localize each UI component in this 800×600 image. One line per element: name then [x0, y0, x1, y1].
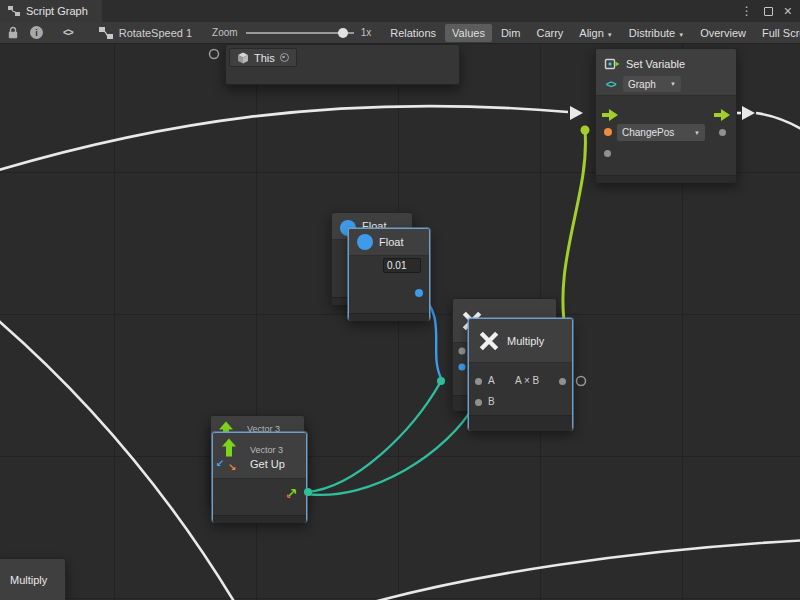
multiply-title: Multiply [507, 335, 544, 347]
carry-button[interactable]: Carry [529, 24, 570, 42]
dim-button[interactable]: Dim [494, 24, 528, 42]
values-button[interactable]: Values [445, 24, 492, 42]
flow-in-port[interactable] [602, 109, 618, 121]
node-get-up[interactable]: ↙ ↘ Vector 3 Get Up [212, 432, 307, 522]
multiply-header: Multiply [469, 319, 572, 363]
get-up-footer [213, 515, 306, 523]
set-variable-header: Set Variable <> Graph ▼ [596, 49, 736, 96]
info-icon[interactable]: i [30, 26, 43, 39]
get-up-title: Get Up [250, 458, 285, 470]
node-multiply[interactable]: Multiply A A × B B [468, 318, 573, 430]
lock-icon[interactable] [8, 26, 18, 39]
script-graph-tab-icon [8, 5, 20, 17]
get-up-body [213, 479, 306, 515]
titlebar: Script Graph ⋮ × [0, 0, 800, 22]
toolbar-buttons: Relations Values Dim Carry Align▼ Distri… [383, 24, 800, 42]
kebab-menu-icon[interactable]: ⋮ [741, 5, 753, 17]
gameobject-cube-icon [237, 52, 249, 64]
flow-out-port[interactable] [714, 109, 730, 121]
set-variable-body: ChangePos ▼ [596, 96, 736, 175]
window-controls: ⋮ × [741, 0, 800, 22]
relations-button[interactable]: Relations [383, 24, 443, 42]
multiply-input-b-port[interactable] [475, 399, 482, 406]
float-footer [349, 313, 429, 321]
float-body [349, 256, 429, 313]
zoom-label: Zoom [212, 27, 238, 38]
multiply-corner-title: Multiply [10, 574, 47, 586]
close-icon[interactable]: × [784, 4, 792, 18]
align-dropdown-button[interactable]: Align▼ [572, 24, 619, 42]
this-label: This [254, 52, 275, 64]
tab-label: Script Graph [26, 5, 88, 17]
zoom-slider[interactable] [246, 28, 354, 38]
set-variable-footer [596, 175, 736, 183]
variable-dropdown-value: ChangePos [622, 127, 674, 138]
vector3-up-arrow-icon [222, 438, 236, 457]
float-output-port[interactable] [415, 289, 423, 297]
tab-script-graph[interactable]: Script Graph [0, 0, 102, 22]
set-variable-title: Set Variable [626, 58, 685, 70]
vector-output-icon [285, 487, 298, 500]
fullscreen-button[interactable]: Full Screen [755, 24, 800, 42]
multiply-input-b-label: B [488, 396, 495, 407]
axis-arrow-orange-icon: ↘ [228, 462, 236, 473]
distribute-dropdown-button[interactable]: Distribute▼ [622, 24, 691, 42]
panel-behind-this[interactable]: This [225, 44, 460, 85]
multiply-icon [478, 330, 500, 352]
multiply-corner-header: Multiply [0, 559, 65, 600]
variable-value-port[interactable] [604, 128, 612, 136]
variable-dropdown[interactable]: ChangePos ▼ [617, 124, 705, 141]
get-up-header: ↙ ↘ Vector 3 Get Up [213, 433, 306, 479]
node-this[interactable]: This [229, 48, 297, 67]
float-value-input[interactable] [383, 258, 421, 273]
graph-name: RotateSpeed 1 [119, 27, 192, 39]
axis-arrow-blue-icon: ↙ [216, 458, 224, 469]
graph-scope-icon: <> [606, 79, 616, 90]
code-toggle-icon[interactable]: <> [63, 27, 73, 38]
multiply-output-port[interactable] [559, 378, 566, 385]
graph-asset-icon [99, 27, 113, 39]
caret-down-icon: ▼ [607, 32, 613, 38]
overview-button[interactable]: Overview [693, 24, 753, 42]
caret-down-icon: ▼ [670, 81, 676, 87]
get-up-output-port[interactable] [304, 488, 312, 496]
maximize-icon[interactable] [764, 7, 773, 16]
distribute-label: Distribute [629, 27, 675, 39]
set-variable-icon [604, 56, 620, 72]
float-icon [357, 234, 373, 250]
scope-dropdown-value: Graph [628, 79, 656, 90]
fallback-value-port[interactable] [604, 150, 611, 157]
scope-dropdown[interactable]: Graph ▼ [623, 76, 681, 92]
align-label: Align [579, 27, 603, 39]
graph-toolbar: i <> RotateSpeed 1 Zoom 1x Relations Val… [0, 22, 800, 44]
multiply-input-a-label: A [488, 375, 495, 386]
caret-down-icon: ▼ [678, 32, 684, 38]
this-output-port[interactable] [280, 53, 289, 62]
caret-down-icon: ▼ [694, 130, 700, 136]
zoom-value: 1x [361, 27, 372, 38]
multiply-input-a-port[interactable] [475, 378, 482, 385]
multiply-body: A A × B B [469, 363, 572, 415]
get-up-type-label: Vector 3 [250, 445, 283, 455]
multiply-footer [469, 415, 572, 431]
float-title: Float [379, 236, 403, 248]
node-multiply-corner[interactable]: Multiply [0, 558, 66, 600]
multiply-output-label: A × B [515, 375, 539, 386]
node-set-variable[interactable]: Set Variable <> Graph ▼ ChangePos ▼ [595, 48, 737, 182]
variable-output-port[interactable] [719, 129, 726, 136]
float-header: Float [349, 229, 429, 256]
zoom-slider-handle[interactable] [338, 28, 348, 38]
node-float[interactable]: Float [348, 228, 430, 320]
